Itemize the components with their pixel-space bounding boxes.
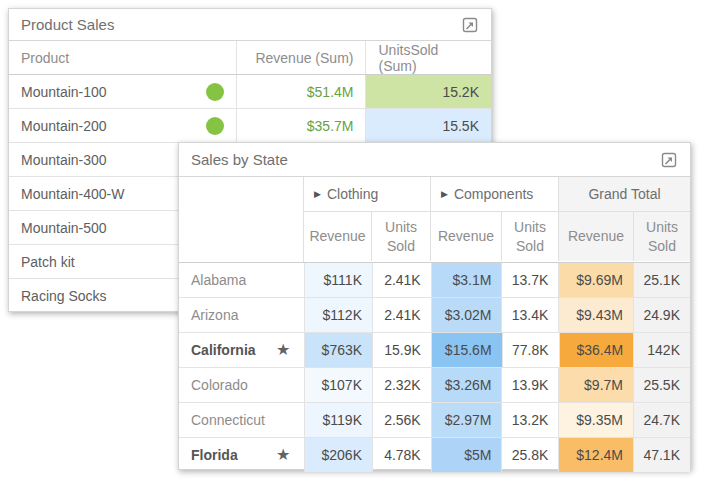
sales-by-state-card: Sales by State ▶ Clothing ▶ Compon <box>178 142 691 470</box>
pivot-cell: $36.4M <box>560 333 635 367</box>
revenue-value: $51.4M <box>237 75 366 108</box>
card-title: Sales by State <box>191 151 658 168</box>
state-label: Alabama <box>191 272 246 288</box>
product-name: Mountain-100 <box>21 84 107 100</box>
card-title: Product Sales <box>21 16 459 33</box>
pivot-cell: $9.69M <box>559 263 634 297</box>
maximize-icon <box>461 16 479 34</box>
subheader-components-revenue[interactable]: Revenue <box>431 212 502 261</box>
favorite-star-icon: ★ <box>276 342 290 358</box>
group-label: Grand Total <box>588 186 660 202</box>
state-label-cell: Connecticut <box>179 403 305 437</box>
product-name: Mountain-500 <box>21 220 107 236</box>
state-label: California <box>191 342 256 358</box>
pivot-cell: 15.9K <box>373 333 432 367</box>
product-name: Mountain-300 <box>21 152 107 168</box>
pivot-cell: 2.56K <box>373 403 432 437</box>
pivot-cell: 2.41K <box>373 263 432 297</box>
filter-indicator-dot <box>206 117 224 135</box>
favorite-star-icon: ★ <box>276 447 290 463</box>
column-header-unitssold[interactable]: UnitsSold (Sum) <box>366 41 491 74</box>
maximize-button[interactable] <box>459 14 481 36</box>
pivot-cell: $9.35M <box>559 403 634 437</box>
pivot-cell: 13.9K <box>502 368 559 402</box>
subheader-clothing-units[interactable]: Units Sold <box>372 212 431 261</box>
group-header-grand-total: Grand Total <box>559 177 690 211</box>
pivot-row[interactable]: California★ $763K 15.9K $15.6M 77.8K $36… <box>179 333 690 368</box>
pivot-subheader-row: Revenue Units Sold Revenue Units Sold Re… <box>304 212 690 261</box>
group-label: Clothing <box>327 186 378 202</box>
group-label: Components <box>454 186 533 202</box>
product-sales-titlebar: Product Sales <box>9 9 491 41</box>
product-sales-header-row: Product Revenue (Sum) UnitsSold (Sum) <box>9 41 491 75</box>
pivot-cell: $119K <box>305 403 373 437</box>
subheader-grandtotal-units[interactable]: Units Sold <box>634 212 690 261</box>
expand-arrow-icon[interactable]: ▶ <box>314 189 321 199</box>
product-name: Mountain-200 <box>21 118 107 134</box>
pivot-cell: 24.7K <box>634 403 690 437</box>
units-value: 15.5K <box>366 109 491 142</box>
pivot-cell: $3.1M <box>432 263 503 297</box>
pivot-cell: 13.4K <box>502 298 559 332</box>
column-header-product[interactable]: Product <box>9 41 237 74</box>
pivot-cell: 2.41K <box>373 298 432 332</box>
pivot-cell: 25.5K <box>634 368 690 402</box>
pivot-cell: $3.02M <box>432 298 503 332</box>
pivot-cell: $111K <box>305 263 373 297</box>
state-label-cell: Arizona <box>179 298 305 332</box>
pivot-cell: $3.26M <box>432 368 503 402</box>
pivot-cell: $5M <box>432 438 503 472</box>
state-label: Florida <box>191 447 238 463</box>
group-header-components[interactable]: ▶ Components <box>431 177 559 211</box>
maximize-button[interactable] <box>658 149 680 171</box>
state-label-cell: California★ <box>179 333 305 367</box>
pivot-row[interactable]: Arizona $112K 2.41K $3.02M 13.4K $9.43M … <box>179 298 690 333</box>
pivot-cell: 142K <box>634 333 690 367</box>
pivot-group-header-row: ▶ Clothing ▶ Components Grand Total <box>304 177 690 212</box>
pivot-cell: 13.7K <box>502 263 559 297</box>
pivot-cell: 25.8K <box>502 438 559 472</box>
filter-indicator-dot <box>206 83 224 101</box>
product-name: Patch kit <box>21 254 75 270</box>
group-header-clothing[interactable]: ▶ Clothing <box>304 177 431 211</box>
revenue-value: $35.7M <box>237 109 366 142</box>
pivot-cell: 77.8K <box>503 333 560 367</box>
state-label: Arizona <box>191 307 238 323</box>
pivot-header: ▶ Clothing ▶ Components Grand Total Reve… <box>179 177 690 263</box>
column-header-revenue[interactable]: Revenue (Sum) <box>237 41 366 74</box>
pivot-cell: $763K <box>305 333 373 367</box>
product-name: Mountain-400-W <box>21 186 125 202</box>
state-label-cell: Florida★ <box>179 438 305 472</box>
state-label-cell: Alabama <box>179 263 305 297</box>
table-row[interactable]: Mountain-200 $35.7M 15.5K <box>9 109 491 143</box>
pivot-row[interactable]: Connecticut $119K 2.56K $2.97M 13.2K $9.… <box>179 403 690 438</box>
product-name: Racing Socks <box>21 288 107 304</box>
state-label: Connecticut <box>191 412 265 428</box>
sales-by-state-titlebar: Sales by State <box>179 143 690 177</box>
pivot-cell: $9.43M <box>559 298 634 332</box>
pivot-cell: $12.4M <box>559 438 634 472</box>
maximize-icon <box>660 151 678 169</box>
subheader-components-units[interactable]: Units Sold <box>502 212 559 261</box>
subheader-clothing-revenue[interactable]: Revenue <box>304 212 372 261</box>
pivot-cell: 47.1K <box>634 438 690 472</box>
pivot-row[interactable]: Florida★ $206K 4.78K $5M 25.8K $12.4M 47… <box>179 438 690 472</box>
pivot-cell: $107K <box>305 368 373 402</box>
pivot-cell: $2.97M <box>432 403 503 437</box>
pivot-cell: $112K <box>305 298 373 332</box>
table-row[interactable]: Mountain-100 $51.4M 15.2K <box>9 75 491 109</box>
pivot-corner-cell <box>179 177 304 262</box>
expand-arrow-icon[interactable]: ▶ <box>441 189 448 199</box>
units-value: 15.2K <box>366 75 491 108</box>
pivot-cell: 25.1K <box>634 263 690 297</box>
pivot-cell: 4.78K <box>373 438 432 472</box>
pivot-cell: $15.6M <box>432 333 503 367</box>
pivot-cell: 2.32K <box>373 368 432 402</box>
pivot-row[interactable]: Alabama $111K 2.41K $3.1M 13.7K $9.69M 2… <box>179 263 690 298</box>
pivot-cell: $9.7M <box>559 368 634 402</box>
pivot-cell: $206K <box>305 438 373 472</box>
subheader-grandtotal-revenue[interactable]: Revenue <box>559 212 634 261</box>
state-label-cell: Colorado <box>179 368 305 402</box>
pivot-row[interactable]: Colorado $107K 2.32K $3.26M 13.9K $9.7M … <box>179 368 690 403</box>
pivot-cell: 13.2K <box>502 403 559 437</box>
